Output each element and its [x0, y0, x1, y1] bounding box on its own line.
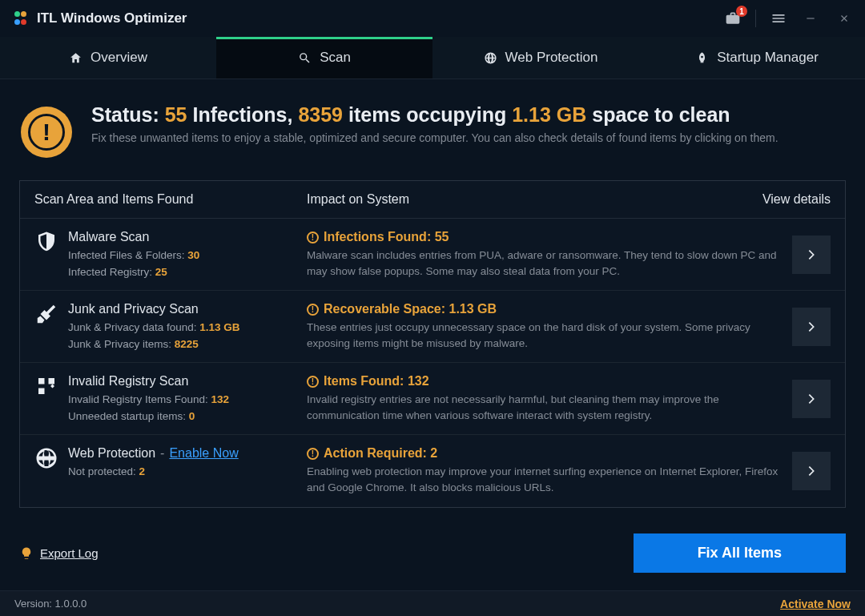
activate-now-link[interactable]: Activate Now — [780, 598, 851, 610]
notification-badge: 1 — [736, 6, 747, 17]
row-title: Invalid Registry Scan — [68, 374, 307, 389]
tab-bar: Overview Scan Web Protection Startup Man… — [0, 37, 865, 79]
impact-description: Invalid registry entries are not necessa… — [307, 392, 787, 423]
registry-blocks-icon — [34, 374, 68, 398]
chevron-right-icon — [805, 248, 818, 261]
view-details-button[interactable] — [792, 308, 831, 346]
app-title: ITL Windows Optimizer — [37, 10, 187, 26]
view-details-button[interactable] — [792, 236, 831, 274]
minimize-button[interactable] — [801, 9, 820, 28]
enable-now-link[interactable]: Enable Now — [169, 446, 238, 460]
info-icon: ! — [307, 232, 319, 244]
info-icon: ! — [307, 376, 319, 388]
chevron-right-icon — [805, 465, 818, 477]
tab-overview[interactable]: Overview — [0, 37, 216, 79]
version-label: Version: 1.0.0.0 — [14, 598, 86, 610]
close-button[interactable] — [835, 9, 854, 28]
search-icon — [298, 51, 312, 65]
fix-all-items-button[interactable]: Fix All Items — [634, 533, 846, 573]
column-header-impact: Impact on System — [307, 192, 762, 207]
result-row-malware: Malware Scan Infected Files & Folders: 3… — [20, 219, 845, 291]
result-row-web-protection: Web Protection-Enable Now Not protected:… — [20, 435, 845, 506]
titlebar: ITL Windows Optimizer 1 — [0, 0, 865, 37]
tab-label: Web Protection — [505, 50, 598, 66]
result-row-junk: Junk and Privacy Scan Junk & Privacy dat… — [20, 291, 845, 363]
tab-label: Scan — [320, 50, 351, 66]
lightbulb-icon — [19, 546, 34, 561]
row-title: Junk and Privacy Scan — [68, 302, 307, 316]
impact-description: Malware scan includes entries from PUA, … — [307, 248, 787, 279]
impact-description: Enabling web protection may improve your… — [307, 464, 787, 495]
info-icon: ! — [307, 304, 319, 316]
results-panel: Scan Area and Items Found Impact on Syst… — [19, 180, 846, 508]
column-header-scan-area: Scan Area and Items Found — [34, 192, 307, 207]
tab-web-protection[interactable]: Web Protection — [432, 37, 649, 79]
tab-label: Startup Manager — [717, 50, 819, 66]
result-row-registry: Invalid Registry Scan Invalid Registry I… — [20, 363, 845, 435]
toolbox-icon[interactable]: 1 — [725, 10, 741, 26]
version-bar: Version: 1.0.0.0 Activate Now — [0, 590, 865, 616]
tab-scan[interactable]: Scan — [216, 37, 432, 79]
chevron-right-icon — [805, 320, 818, 333]
warning-badge-icon: ! — [21, 107, 72, 158]
status-header: ! Status: 55 Infections, 8359 items occu… — [19, 99, 846, 163]
impact-description: These entries just occupy unnecessary sp… — [307, 320, 787, 351]
view-details-button[interactable] — [792, 380, 831, 418]
row-title: Web Protection-Enable Now — [68, 446, 307, 461]
status-summary: Status: 55 Infections, 8359 items occupy… — [91, 103, 778, 127]
home-icon — [69, 51, 82, 65]
rocket-icon — [695, 51, 709, 65]
app-logo-icon — [14, 11, 29, 26]
status-subtitle: Fix these unwanted items to enjoy a stab… — [91, 131, 778, 144]
tab-label: Overview — [91, 50, 147, 66]
tab-startup-manager[interactable]: Startup Manager — [649, 37, 865, 79]
hamburger-menu-icon[interactable] — [770, 10, 787, 26]
chevron-right-icon — [805, 393, 818, 405]
globe-icon — [34, 446, 68, 470]
export-log-link[interactable]: Export Log — [19, 546, 99, 561]
view-details-button[interactable] — [792, 452, 831, 490]
broom-icon — [34, 302, 68, 326]
shield-icon — [34, 230, 68, 254]
row-title: Malware Scan — [68, 230, 307, 244]
globe-icon — [484, 51, 497, 65]
info-icon: ! — [307, 448, 319, 460]
column-header-view-details: View details — [762, 192, 831, 207]
